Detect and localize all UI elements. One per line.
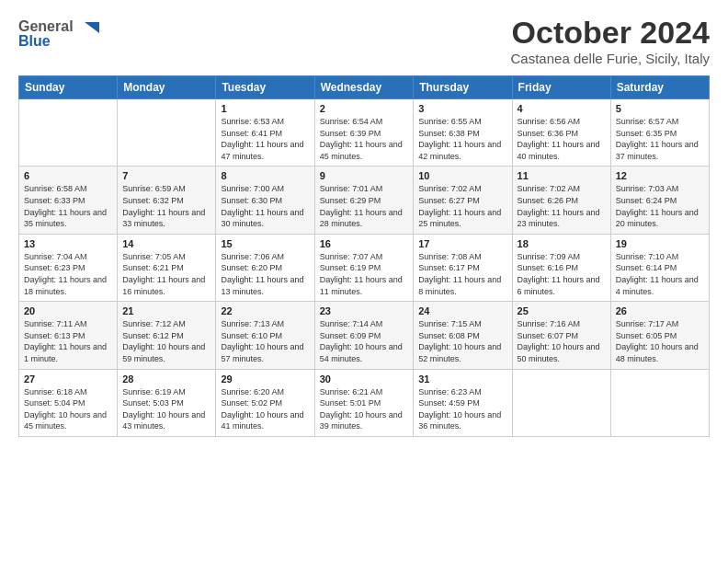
- calendar-cell: 27Sunrise: 6:18 AM Sunset: 5:04 PM Dayli…: [19, 369, 118, 436]
- day-info: Sunrise: 6:56 AM Sunset: 6:36 PM Dayligh…: [518, 116, 606, 162]
- calendar-cell: [512, 369, 610, 436]
- calendar-cell: 25Sunrise: 7:16 AM Sunset: 6:07 PM Dayli…: [512, 302, 610, 369]
- calendar-cell: 13Sunrise: 7:04 AM Sunset: 6:23 PM Dayli…: [19, 234, 118, 301]
- calendar-cell: 5Sunrise: 6:57 AM Sunset: 6:35 PM Daylig…: [610, 99, 709, 167]
- calendar-cell: 12Sunrise: 7:03 AM Sunset: 6:24 PM Dayli…: [610, 167, 709, 234]
- day-number: 16: [320, 238, 409, 249]
- day-info: Sunrise: 7:17 AM Sunset: 6:05 PM Dayligh…: [616, 318, 704, 364]
- calendar-cell: 23Sunrise: 7:14 AM Sunset: 6:09 PM Dayli…: [314, 302, 414, 369]
- day-info: Sunrise: 7:09 AM Sunset: 6:16 PM Dayligh…: [518, 251, 606, 297]
- calendar-table: SundayMondayTuesdayWednesdayThursdayFrid…: [18, 75, 710, 437]
- calendar-cell: 31Sunrise: 6:23 AM Sunset: 4:59 PM Dayli…: [414, 369, 512, 436]
- day-number: 29: [221, 373, 309, 385]
- calendar-cell: 20Sunrise: 7:11 AM Sunset: 6:13 PM Dayli…: [19, 302, 118, 369]
- weekday-header-row: SundayMondayTuesdayWednesdayThursdayFrid…: [19, 76, 710, 99]
- calendar-cell: 11Sunrise: 7:02 AM Sunset: 6:26 PM Dayli…: [512, 167, 610, 234]
- weekday-header-friday: Friday: [512, 76, 610, 99]
- calendar-cell: 28Sunrise: 6:19 AM Sunset: 5:03 PM Dayli…: [118, 369, 216, 436]
- day-info: Sunrise: 6:55 AM Sunset: 6:38 PM Dayligh…: [418, 116, 506, 162]
- day-info: Sunrise: 6:18 AM Sunset: 5:04 PM Dayligh…: [24, 386, 112, 432]
- calendar-week-2: 6Sunrise: 6:58 AM Sunset: 6:33 PM Daylig…: [19, 167, 710, 234]
- calendar-cell: 4Sunrise: 6:56 AM Sunset: 6:36 PM Daylig…: [512, 99, 610, 167]
- day-info: Sunrise: 7:10 AM Sunset: 6:14 PM Dayligh…: [616, 251, 704, 297]
- day-number: 10: [418, 170, 506, 181]
- calendar-week-5: 27Sunrise: 6:18 AM Sunset: 5:04 PM Dayli…: [19, 369, 710, 436]
- weekday-header-thursday: Thursday: [414, 76, 512, 99]
- calendar-cell: [118, 99, 216, 167]
- day-info: Sunrise: 7:08 AM Sunset: 6:17 PM Dayligh…: [418, 251, 506, 297]
- day-info: Sunrise: 7:13 AM Sunset: 6:10 PM Dayligh…: [221, 318, 309, 364]
- calendar-cell: 7Sunrise: 6:59 AM Sunset: 6:32 PM Daylig…: [118, 167, 216, 234]
- day-info: Sunrise: 6:54 AM Sunset: 6:39 PM Dayligh…: [320, 116, 409, 162]
- calendar-cell: 29Sunrise: 6:20 AM Sunset: 5:02 PM Dayli…: [216, 369, 314, 436]
- title-block: October 2024 Castanea delle Furie, Sicil…: [511, 15, 710, 66]
- weekday-header-monday: Monday: [118, 76, 216, 99]
- calendar-cell: 22Sunrise: 7:13 AM Sunset: 6:10 PM Dayli…: [216, 302, 314, 369]
- calendar-cell: 9Sunrise: 7:01 AM Sunset: 6:29 PM Daylig…: [314, 167, 414, 234]
- calendar-cell: 19Sunrise: 7:10 AM Sunset: 6:14 PM Dayli…: [610, 234, 709, 301]
- day-number: 20: [24, 305, 112, 316]
- weekday-header-sunday: Sunday: [19, 76, 118, 99]
- day-number: 15: [221, 238, 309, 249]
- day-number: 18: [518, 238, 606, 249]
- month-title: October 2024: [511, 15, 710, 51]
- day-number: 23: [320, 305, 409, 316]
- svg-text:General: General: [18, 18, 74, 34]
- logo: General Blue: [18, 15, 101, 52]
- day-number: 3: [418, 103, 506, 114]
- day-info: Sunrise: 6:23 AM Sunset: 4:59 PM Dayligh…: [418, 386, 506, 432]
- calendar-cell: 18Sunrise: 7:09 AM Sunset: 6:16 PM Dayli…: [512, 234, 610, 301]
- day-number: 7: [122, 170, 210, 181]
- day-info: Sunrise: 6:53 AM Sunset: 6:41 PM Dayligh…: [221, 116, 309, 162]
- day-number: 30: [320, 373, 409, 385]
- day-info: Sunrise: 7:03 AM Sunset: 6:24 PM Dayligh…: [616, 183, 704, 229]
- day-info: Sunrise: 6:59 AM Sunset: 6:32 PM Dayligh…: [122, 183, 210, 229]
- day-number: 5: [616, 103, 704, 114]
- calendar-cell: 10Sunrise: 7:02 AM Sunset: 6:27 PM Dayli…: [414, 167, 512, 234]
- day-number: 8: [221, 170, 309, 181]
- calendar-cell: 6Sunrise: 6:58 AM Sunset: 6:33 PM Daylig…: [19, 167, 118, 234]
- day-number: 6: [24, 170, 112, 181]
- svg-marker-2: [85, 22, 99, 33]
- day-info: Sunrise: 6:57 AM Sunset: 6:35 PM Dayligh…: [616, 116, 704, 162]
- location: Castanea delle Furie, Sicily, Italy: [511, 51, 710, 66]
- day-info: Sunrise: 6:58 AM Sunset: 6:33 PM Dayligh…: [24, 183, 112, 229]
- day-info: Sunrise: 7:16 AM Sunset: 6:07 PM Dayligh…: [518, 318, 606, 364]
- day-info: Sunrise: 6:19 AM Sunset: 5:03 PM Dayligh…: [122, 386, 210, 432]
- page: General Blue October 2024 Castanea delle…: [0, 0, 728, 446]
- day-number: 24: [418, 305, 506, 316]
- day-number: 11: [518, 170, 606, 181]
- calendar-cell: 17Sunrise: 7:08 AM Sunset: 6:17 PM Dayli…: [414, 234, 512, 301]
- day-number: 9: [320, 170, 409, 181]
- day-number: 2: [320, 103, 409, 114]
- day-number: 19: [616, 238, 704, 249]
- day-number: 21: [122, 305, 210, 316]
- calendar-cell: 14Sunrise: 7:05 AM Sunset: 6:21 PM Dayli…: [118, 234, 216, 301]
- calendar-cell: 3Sunrise: 6:55 AM Sunset: 6:38 PM Daylig…: [414, 99, 512, 167]
- day-info: Sunrise: 7:11 AM Sunset: 6:13 PM Dayligh…: [24, 318, 112, 364]
- day-info: Sunrise: 7:07 AM Sunset: 6:19 PM Dayligh…: [320, 251, 409, 297]
- logo-icon: General Blue: [18, 15, 101, 52]
- day-number: 12: [616, 170, 704, 181]
- day-number: 27: [24, 373, 112, 385]
- calendar-cell: [610, 369, 709, 436]
- weekday-header-wednesday: Wednesday: [314, 76, 414, 99]
- day-number: 14: [122, 238, 210, 249]
- day-number: 26: [616, 305, 704, 316]
- day-info: Sunrise: 7:05 AM Sunset: 6:21 PM Dayligh…: [122, 251, 210, 297]
- day-number: 31: [418, 373, 506, 385]
- day-number: 4: [518, 103, 606, 114]
- day-info: Sunrise: 7:06 AM Sunset: 6:20 PM Dayligh…: [221, 251, 309, 297]
- day-info: Sunrise: 7:15 AM Sunset: 6:08 PM Dayligh…: [418, 318, 506, 364]
- header: General Blue October 2024 Castanea delle…: [18, 15, 710, 66]
- calendar-cell: 15Sunrise: 7:06 AM Sunset: 6:20 PM Dayli…: [216, 234, 314, 301]
- day-number: 1: [221, 103, 309, 114]
- day-info: Sunrise: 7:12 AM Sunset: 6:12 PM Dayligh…: [122, 318, 210, 364]
- day-number: 28: [122, 373, 210, 385]
- calendar-cell: 8Sunrise: 7:00 AM Sunset: 6:30 PM Daylig…: [216, 167, 314, 234]
- day-info: Sunrise: 7:01 AM Sunset: 6:29 PM Dayligh…: [320, 183, 409, 229]
- calendar-cell: 24Sunrise: 7:15 AM Sunset: 6:08 PM Dayli…: [414, 302, 512, 369]
- calendar-cell: 2Sunrise: 6:54 AM Sunset: 6:39 PM Daylig…: [314, 99, 414, 167]
- day-number: 13: [24, 238, 112, 249]
- calendar-cell: 1Sunrise: 6:53 AM Sunset: 6:41 PM Daylig…: [216, 99, 314, 167]
